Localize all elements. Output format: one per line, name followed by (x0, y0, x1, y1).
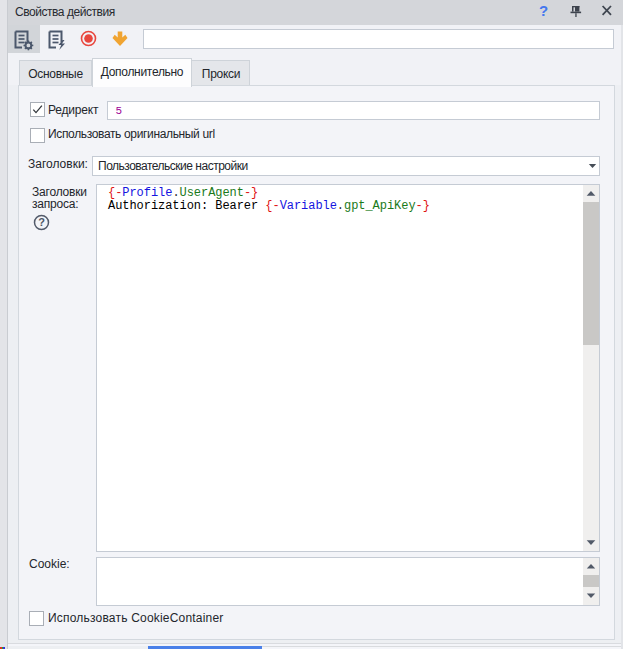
svg-text:?: ? (38, 216, 45, 228)
